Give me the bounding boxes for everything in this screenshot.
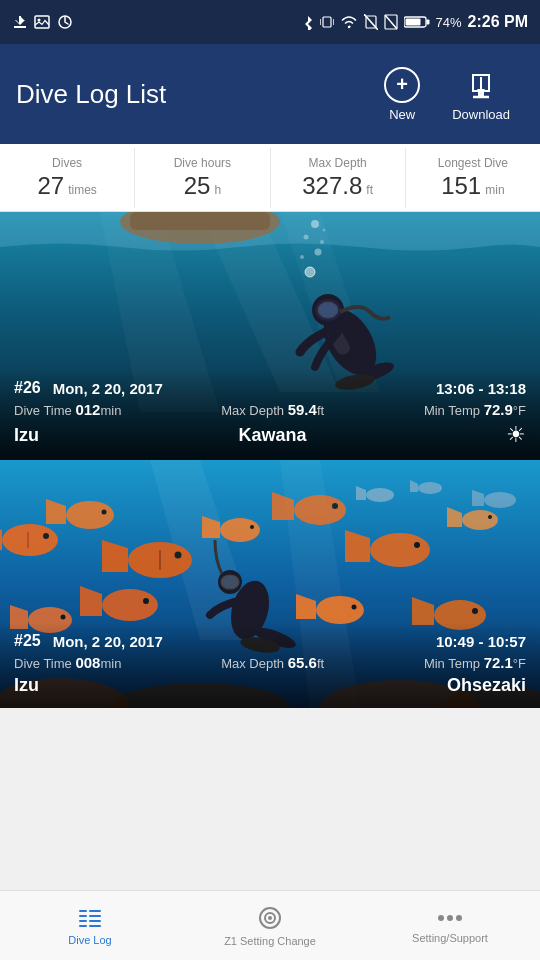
sim-icon xyxy=(364,14,378,30)
dive-card-25-overlay: #25 Mon, 2 20, 2017 10:49 - 10:57 Dive T… xyxy=(0,622,540,708)
page-title: Dive Log List xyxy=(16,79,370,110)
vibrate-icon xyxy=(320,14,334,30)
svg-point-74 xyxy=(316,596,364,624)
status-right: 74% 2:26 PM xyxy=(302,13,529,31)
card-26-weather-icon: ☀ xyxy=(506,422,526,448)
stat-longest-dive: Longest Dive 151 min xyxy=(406,148,540,208)
nav-setting-support[interactable]: Setting/Support xyxy=(360,900,540,952)
sync-status-icon xyxy=(56,14,74,30)
svg-point-35 xyxy=(318,302,338,318)
status-time: 2:26 PM xyxy=(468,13,528,31)
stat-dives: Dives 27 times xyxy=(0,148,135,208)
card-26-title-left: #26 Mon, 2 20, 2017 xyxy=(14,379,163,397)
svg-point-103 xyxy=(447,915,453,921)
battery-icon xyxy=(404,15,430,29)
header-buttons: + New Download xyxy=(370,59,524,130)
card-26-location-right: Kawana xyxy=(238,425,306,446)
svg-point-102 xyxy=(438,915,444,921)
download-label: Download xyxy=(452,107,510,122)
svg-point-30 xyxy=(323,229,326,232)
svg-point-67 xyxy=(488,515,492,519)
svg-point-62 xyxy=(370,533,430,567)
svg-point-24 xyxy=(305,267,315,277)
svg-rect-3 xyxy=(323,17,331,27)
download-icon xyxy=(463,67,499,103)
stat-depth-label: Max Depth xyxy=(309,156,367,170)
svg-point-25 xyxy=(315,249,322,256)
card-25-locations: Izu Ohsezaki xyxy=(14,675,526,696)
svg-point-27 xyxy=(311,220,319,228)
card-26-title-row: #26 Mon, 2 20, 2017 13:06 - 13:18 xyxy=(14,379,526,397)
stat-hours-unit: h xyxy=(214,183,221,197)
svg-point-104 xyxy=(456,915,462,921)
download-button[interactable]: Download xyxy=(438,59,524,130)
card-26-details: Dive Time 012min Max Depth 59.4ft Min Te… xyxy=(14,401,526,418)
card-26-min-temp: Min Temp 72.9°F xyxy=(424,401,526,418)
wifi-icon xyxy=(340,15,358,29)
svg-point-58 xyxy=(250,525,254,529)
card-26-dive-time: Dive Time 012min xyxy=(14,401,121,418)
svg-point-84 xyxy=(484,492,516,508)
svg-rect-12 xyxy=(405,19,420,26)
nav-dive-log-label: Dive Log xyxy=(68,934,111,946)
bottom-navigation: Dive Log Z1 Setting Change Setting/Suppo… xyxy=(0,890,540,960)
svg-point-51 xyxy=(102,510,107,515)
svg-point-61 xyxy=(332,503,338,509)
card-25-date: Mon, 2 20, 2017 xyxy=(53,633,163,650)
svg-rect-13 xyxy=(426,20,429,25)
svg-point-88 xyxy=(221,575,239,589)
svg-point-48 xyxy=(43,533,49,539)
svg-point-76 xyxy=(352,605,357,610)
new-label: New xyxy=(389,107,415,122)
card-25-details: Dive Time 008min Max Depth 65.6ft Min Te… xyxy=(14,654,526,671)
bluetooth-icon xyxy=(302,14,314,30)
stat-hours-label: Dive hours xyxy=(174,156,231,170)
nav-z1-setting[interactable]: Z1 Setting Change xyxy=(180,897,360,955)
stat-depth-unit: ft xyxy=(366,183,373,197)
card-25-min-temp: Min Temp 72.1°F xyxy=(424,654,526,671)
dive-card-25[interactable]: #25 Mon, 2 20, 2017 10:49 - 10:57 Dive T… xyxy=(0,460,540,708)
status-bar: 74% 2:26 PM xyxy=(0,0,540,44)
svg-point-6 xyxy=(347,26,349,28)
stat-dive-hours: Dive hours 25 h xyxy=(135,148,270,208)
svg-point-29 xyxy=(300,255,304,259)
svg-point-71 xyxy=(102,589,158,621)
card-25-time-range: 10:49 - 10:57 xyxy=(436,633,526,650)
stat-longest-value: 151 xyxy=(441,172,481,200)
svg-point-64 xyxy=(414,542,420,548)
battery-percent: 74% xyxy=(436,15,462,30)
dive-log-nav-icon xyxy=(76,906,104,930)
stat-dives-label: Dives xyxy=(52,156,82,170)
new-icon: + xyxy=(384,67,420,103)
stat-hours-value: 25 xyxy=(184,172,211,200)
card-26-max-depth: Max Depth 59.4ft xyxy=(221,401,324,418)
stat-longest-label: Longest Dive xyxy=(438,156,508,170)
dive-card-26-overlay: #26 Mon, 2 20, 2017 13:06 - 13:18 Dive T… xyxy=(0,369,540,460)
nav-z1-label: Z1 Setting Change xyxy=(224,935,316,947)
card-25-dive-time: Dive Time 008min xyxy=(14,654,121,671)
svg-point-79 xyxy=(472,608,478,614)
card-26-date: Mon, 2 20, 2017 xyxy=(53,380,163,397)
dive-card-26[interactable]: #26 Mon, 2 20, 2017 13:06 - 13:18 Dive T… xyxy=(0,212,540,460)
status-icons-left xyxy=(12,14,74,30)
stats-bar: Dives 27 times Dive hours 25 h Max Depth… xyxy=(0,144,540,212)
stat-dives-value: 27 xyxy=(37,172,64,200)
svg-point-1 xyxy=(38,19,41,22)
card-25-location-left: Izu xyxy=(14,675,39,696)
card-25-title-left: #25 Mon, 2 20, 2017 xyxy=(14,632,163,650)
card-26-number: #26 xyxy=(14,379,41,397)
svg-point-45 xyxy=(2,524,58,556)
z1-setting-nav-icon xyxy=(257,905,283,931)
stat-longest-unit: min xyxy=(485,183,504,197)
header: Dive Log List + New Download xyxy=(0,44,540,144)
new-button[interactable]: + New xyxy=(370,59,434,130)
card-26-time-range: 13:06 - 13:18 xyxy=(436,380,526,397)
card-26-locations: Izu Kawana ☀ xyxy=(14,422,526,448)
setting-support-nav-icon xyxy=(436,908,464,928)
signal-blocked-icon xyxy=(384,14,398,30)
image-status-icon xyxy=(34,14,50,30)
svg-point-82 xyxy=(418,482,442,494)
stat-max-depth: Max Depth 327.8 ft xyxy=(271,148,406,208)
nav-dive-log[interactable]: Dive Log xyxy=(0,898,180,954)
card-25-max-depth: Max Depth 65.6ft xyxy=(221,654,324,671)
